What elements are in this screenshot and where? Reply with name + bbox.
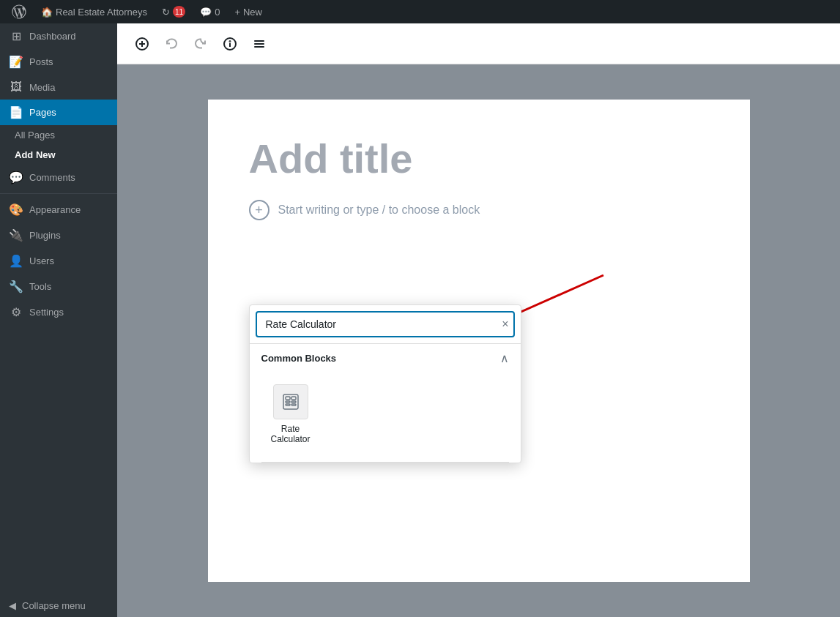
sidebar-label-tools: Tools xyxy=(29,281,51,292)
new-content-link[interactable]: + New xyxy=(228,0,268,23)
block-section-header: Common Blocks ∧ xyxy=(250,344,521,373)
sidebar-sub-add-new[interactable]: Add New xyxy=(0,145,117,165)
sidebar-item-appearance[interactable]: 🎨 Appearance xyxy=(0,197,117,223)
sidebar-item-settings[interactable]: ⚙ Settings xyxy=(0,299,117,325)
svg-rect-16 xyxy=(286,404,290,405)
block-grid: Rate Calculator xyxy=(250,373,521,462)
svg-rect-7 xyxy=(254,43,264,45)
sidebar-label-comments: Comments xyxy=(29,172,75,183)
block-placeholder-text: Start writing or type / to choose a bloc… xyxy=(278,203,480,217)
sidebar-item-comments[interactable]: 💬 Comments xyxy=(0,165,117,190)
sidebar-item-dashboard[interactable]: ⊞ Dashboard xyxy=(0,23,117,49)
svg-rect-14 xyxy=(286,401,290,403)
new-label: New xyxy=(243,7,262,18)
svg-rect-17 xyxy=(291,404,296,405)
sidebar-item-plugins[interactable]: 🔌 Plugins xyxy=(0,223,117,248)
rate-calculator-block-icon xyxy=(273,384,308,419)
site-name: Real Estate Attorneys xyxy=(56,7,147,18)
editor-toolbar xyxy=(117,23,840,64)
wp-logo-icon xyxy=(12,4,26,19)
block-picker-search-area: × xyxy=(250,305,521,344)
main-layout: ⊞ Dashboard 📝 Posts 🖼 Media 📄 Pages All … xyxy=(0,23,840,617)
comments-icon: 💬 xyxy=(200,7,212,18)
block-placeholder: + Start writing or type / to choose a bl… xyxy=(249,200,709,220)
pages-active-arrow xyxy=(111,107,117,119)
posts-icon: 📝 xyxy=(9,55,23,69)
collapse-menu-button[interactable]: ◀ Collapse menu xyxy=(0,594,117,617)
sidebar: ⊞ Dashboard 📝 Posts 🖼 Media 📄 Pages All … xyxy=(0,23,117,617)
options-button[interactable] xyxy=(246,31,272,57)
editor-body[interactable]: Add title + Start writing or type / to c… xyxy=(117,64,840,617)
redo-button[interactable] xyxy=(187,31,214,57)
updates-icon: ↻ xyxy=(162,7,170,18)
sidebar-item-users[interactable]: 👤 Users xyxy=(0,248,117,274)
block-section-divider xyxy=(261,462,509,463)
sidebar-sub-all-pages[interactable]: All Pages xyxy=(0,125,117,145)
comments-count: 0 xyxy=(215,7,220,18)
sidebar-label-plugins: Plugins xyxy=(29,230,61,241)
comments-nav-icon: 💬 xyxy=(9,171,23,184)
sidebar-label-users: Users xyxy=(29,255,54,266)
sidebar-item-tools[interactable]: 🔧 Tools xyxy=(0,274,117,299)
add-new-label: Add New xyxy=(15,149,56,160)
sidebar-label-appearance: Appearance xyxy=(29,204,81,215)
svg-rect-13 xyxy=(291,397,296,400)
tools-icon: 🔧 xyxy=(9,280,23,293)
add-title-placeholder[interactable]: Add title xyxy=(249,135,709,182)
svg-point-5 xyxy=(230,41,231,42)
admin-bar: 🏠 Real Estate Attorneys ↻ 11 💬 0 + New xyxy=(0,0,840,23)
block-item-rate-calculator[interactable]: Rate Calculator xyxy=(261,378,320,450)
sidebar-label-settings: Settings xyxy=(29,307,64,318)
inline-add-block-button[interactable]: + xyxy=(249,200,270,220)
settings-icon: ⚙ xyxy=(9,305,23,319)
appearance-icon: 🎨 xyxy=(9,203,23,217)
sidebar-label-dashboard: Dashboard xyxy=(29,31,76,42)
sidebar-item-posts[interactable]: 📝 Posts xyxy=(0,49,117,75)
svg-rect-6 xyxy=(254,40,264,42)
rate-calculator-block-label: Rate Calculator xyxy=(264,424,317,444)
undo-button[interactable] xyxy=(158,31,185,57)
sidebar-item-pages[interactable]: 📄 Pages xyxy=(0,100,117,125)
sidebar-label-pages: Pages xyxy=(29,107,56,118)
media-icon: 🖼 xyxy=(9,81,23,94)
users-icon: 👤 xyxy=(9,254,23,268)
add-block-button[interactable] xyxy=(129,31,155,57)
plugins-icon: 🔌 xyxy=(9,228,23,242)
dashboard-icon: ⊞ xyxy=(9,29,23,43)
block-search-clear-button[interactable]: × xyxy=(502,318,508,331)
home-icon: 🏠 xyxy=(41,7,53,18)
info-button[interactable] xyxy=(217,31,243,57)
page-canvas: Add title + Start writing or type / to c… xyxy=(208,100,750,582)
svg-rect-12 xyxy=(286,397,290,400)
svg-rect-8 xyxy=(254,46,264,48)
updates-count: 11 xyxy=(173,6,185,18)
svg-rect-15 xyxy=(291,401,296,403)
sidebar-menu: ⊞ Dashboard 📝 Posts 🖼 Media 📄 Pages All … xyxy=(0,23,117,325)
collapse-label: Collapse menu xyxy=(22,600,86,611)
wp-logo-link[interactable] xyxy=(6,0,32,23)
content-area: Add title + Start writing or type / to c… xyxy=(117,23,840,617)
plus-icon: + xyxy=(234,7,240,18)
sidebar-label-media: Media xyxy=(29,82,55,93)
site-name-link[interactable]: 🏠 Real Estate Attorneys xyxy=(35,0,153,23)
sidebar-item-media[interactable]: 🖼 Media xyxy=(0,75,117,100)
comments-link[interactable]: 💬 0 xyxy=(194,0,226,23)
all-pages-label: All Pages xyxy=(15,130,55,141)
block-search-input[interactable] xyxy=(256,311,515,337)
sidebar-label-posts: Posts xyxy=(29,56,53,67)
sidebar-divider-1 xyxy=(0,193,117,194)
section-toggle-button[interactable]: ∧ xyxy=(500,351,509,365)
collapse-icon: ◀ xyxy=(9,600,16,611)
pages-icon: 📄 xyxy=(9,105,23,119)
common-blocks-label: Common Blocks xyxy=(261,353,337,364)
block-picker-modal: × Common Blocks ∧ xyxy=(249,304,521,463)
updates-link[interactable]: ↻ 11 xyxy=(156,0,191,23)
